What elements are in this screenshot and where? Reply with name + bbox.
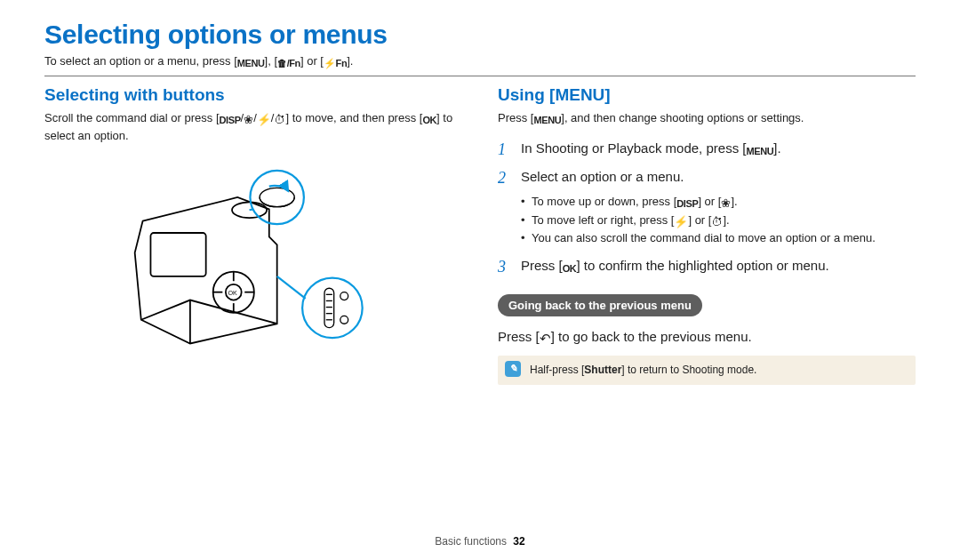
page-footer: Basic functions 32 xyxy=(0,535,960,548)
right-intro-text: ], and then change shooting options or s… xyxy=(561,111,804,124)
disp-icon: DISP xyxy=(220,114,241,128)
note-icon: ✎ xyxy=(505,361,521,377)
sub-3: You can also scroll the command dial to … xyxy=(521,229,916,247)
intro-text: ], [ xyxy=(265,54,277,68)
svg-rect-0 xyxy=(150,233,205,276)
note-bold: Shutter xyxy=(584,364,621,376)
menu-icon: MENU xyxy=(237,57,265,70)
left-column: Selecting with buttons Scroll the comman… xyxy=(44,85,462,385)
flash-icon: ⚡ xyxy=(257,114,271,125)
camera-illustration: OK xyxy=(44,157,462,380)
note-text: ] to return to Shooting mode. xyxy=(621,364,756,376)
content-columns: Selecting with buttons Scroll the comman… xyxy=(44,85,916,385)
section-heading-left: Selecting with buttons xyxy=(44,85,462,105)
ok-icon: OK xyxy=(563,261,577,276)
subheading-pill: Going back to the previous menu xyxy=(498,294,702,316)
step-1: In Shooting or Playback mode, press [MEN… xyxy=(498,139,916,159)
timer-icon: ⏱ xyxy=(274,114,285,125)
svg-point-8 xyxy=(232,202,267,218)
svg-point-9 xyxy=(250,170,303,223)
sub-2: To move left or right, press [⚡] or [⏱]. xyxy=(521,212,916,229)
ok-icon: OK xyxy=(422,114,436,128)
intro-text: ]. xyxy=(347,54,353,68)
left-body: Scroll the command dial or press [DISP/❀… xyxy=(44,110,462,145)
macro-icon: ❀ xyxy=(721,197,731,209)
step1-text: ]. xyxy=(773,140,780,156)
menu-icon: MENU xyxy=(533,114,561,128)
flash-icon: ⚡ xyxy=(674,216,688,228)
menu-icon: MENU xyxy=(746,144,773,159)
step-2: Select an option or a menu. To move up o… xyxy=(498,167,916,247)
right-column: Using [MENU] Press [MENU], and then chan… xyxy=(498,85,916,385)
right-intro: Press [MENU], and then change shooting o… xyxy=(498,110,916,128)
disp-icon: DISP xyxy=(676,196,698,212)
svg-point-21 xyxy=(340,316,348,324)
trash-fn-icon: 🗑/Fn xyxy=(277,57,300,70)
note-text: Half-press [ xyxy=(530,364,584,376)
sub-1: To move up or down, press [DISP] or [❀]. xyxy=(521,193,916,212)
step2-text: Select an option or a menu. xyxy=(521,169,684,184)
svg-text:OK: OK xyxy=(228,290,238,297)
left-body-text: Scroll the command dial or press [ xyxy=(44,111,220,124)
step1-text: In Shooting or Playback mode, press [ xyxy=(521,140,746,156)
page-number: 32 xyxy=(513,535,524,548)
svg-point-12 xyxy=(302,277,363,338)
left-body-text: ] to move, and then press [ xyxy=(285,111,422,124)
back-icon: ↶ xyxy=(540,332,551,345)
manual-page: Selecting options or menus To select an … xyxy=(0,0,960,560)
svg-point-20 xyxy=(340,292,348,300)
step2-sublist: To move up or down, press [DISP] or [❀].… xyxy=(521,193,916,247)
timer-icon: ⏱ xyxy=(711,216,723,228)
note-box: ✎ Half-press [Shutter] to return to Shoo… xyxy=(498,356,916,385)
steps-list: In Shooting or Playback mode, press [MEN… xyxy=(498,139,916,276)
section-heading-right: Using [MENU] xyxy=(498,85,916,105)
intro-text: ] or [ xyxy=(300,54,324,68)
intro-line: To select an option or a menu, press [ME… xyxy=(44,53,916,70)
back-instruction: Press [↶] to go back to the previous men… xyxy=(498,327,916,348)
camera-svg-icon: OK xyxy=(111,157,396,380)
intro-text: To select an option or a menu, press [ xyxy=(44,54,237,68)
divider xyxy=(44,76,916,76)
svg-line-10 xyxy=(250,209,253,210)
right-intro-text: Press [ xyxy=(498,111,533,124)
svg-line-13 xyxy=(277,276,306,299)
flash-fn-icon: ⚡Fn xyxy=(324,57,347,70)
footer-section: Basic functions xyxy=(435,535,507,548)
macro-icon: ❀ xyxy=(244,114,253,125)
page-title: Selecting options or menus xyxy=(44,20,916,50)
step-3: Press [OK] to confirm the highlighted op… xyxy=(498,256,916,276)
